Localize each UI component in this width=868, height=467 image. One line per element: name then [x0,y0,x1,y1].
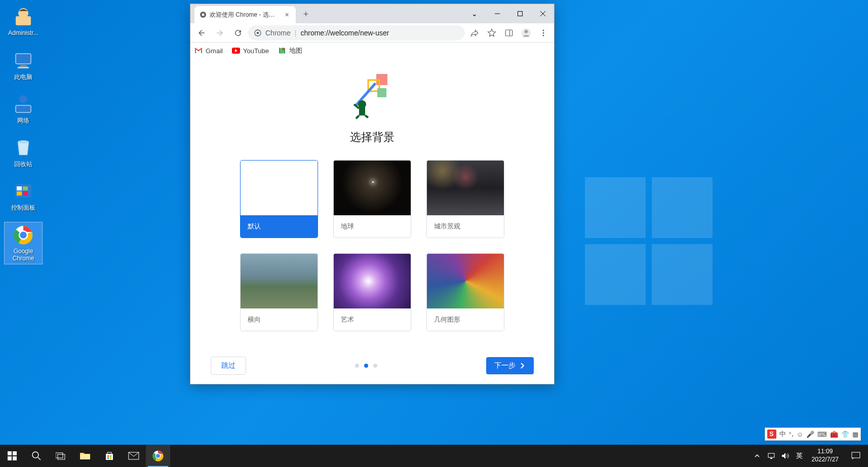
svg-rect-11 [17,191,22,196]
svg-point-28 [543,29,544,31]
new-tab-button[interactable]: + [299,7,313,21]
address-bar[interactable]: Chrome | chrome://welcome/new-user [248,25,465,41]
bookmark-star-button[interactable] [484,25,499,41]
svg-rect-51 [107,455,109,457]
bookmark-maps[interactable]: 地图 [278,46,302,55]
taskbar-file-explorer[interactable] [73,445,97,467]
taskbar-chrome[interactable] [146,445,170,467]
background-card-cityscape[interactable]: 城市景观 [426,160,504,238]
step-dot-1[interactable] [364,364,368,368]
start-button[interactable] [0,445,24,467]
desktop-icon-this-pc[interactable]: 此电脑 [4,48,43,84]
tray-volume-icon[interactable] [779,452,792,459]
desktop-icon-google-chrome[interactable]: Google Chrome [4,222,43,264]
desktop-icon-label: Administr... [8,29,38,36]
step-dot-0[interactable] [355,364,359,368]
chrome-menu-button[interactable] [536,25,551,41]
desktop-icon-administrator[interactable]: Administr... [4,4,43,38]
windows-background-logo [585,177,713,305]
bookmarks-bar: Gmail YouTube 地图 [190,43,554,59]
side-panel-button[interactable] [501,25,517,41]
card-preview [427,161,504,215]
background-card-earth[interactable]: 地球 [333,160,411,238]
svg-rect-9 [17,186,22,190]
svg-rect-8 [15,184,31,198]
share-button[interactable] [467,25,482,41]
profile-button[interactable] [519,25,534,41]
desktop-icon-label: 回收站 [14,160,32,169]
ime-toolbox-icon[interactable]: 🧰 [830,431,838,438]
sogou-ime-icon[interactable]: S [767,430,776,439]
chrome-favicon-icon [200,11,207,18]
back-button[interactable] [193,25,210,41]
forward-button[interactable] [212,25,228,41]
background-card-art[interactable]: 艺术 [333,253,411,331]
control-panel-icon [13,180,34,202]
svg-rect-49 [58,454,65,459]
close-window-button[interactable] [531,6,554,21]
action-center-button[interactable] [845,445,867,467]
card-label: 横向 [241,308,318,331]
background-card-landscape[interactable]: 横向 [240,253,318,331]
desktop-icon-network[interactable]: 网络 [4,91,43,127]
reload-button[interactable] [230,25,246,41]
svg-rect-12 [23,191,28,196]
tab-search-button[interactable]: ⌄ [463,6,486,21]
taskbar-mail[interactable] [122,445,146,467]
tray-overflow-button[interactable] [751,453,763,458]
svg-point-30 [543,34,544,36]
svg-line-39 [356,115,359,119]
url-path: chrome://welcome/new-user [300,29,389,37]
svg-rect-60 [770,458,772,459]
desktop-icon-label: 控制面板 [11,204,35,212]
tray-clock[interactable]: 11:09 2022/7/27 [808,448,843,463]
svg-point-17 [202,14,205,16]
svg-point-5 [19,95,27,103]
card-preview [334,254,411,308]
svg-point-7 [18,140,29,143]
background-card-default[interactable]: 默认 [240,160,318,238]
skip-button[interactable]: 跳过 [211,357,246,375]
bookmark-youtube[interactable]: YouTube [232,47,269,55]
taskbar: 英 11:09 2022/7/27 [0,445,868,467]
tab-close-button[interactable]: × [283,11,291,19]
card-preview [334,161,411,215]
ime-keyboard-icon[interactable]: ⌨ [817,431,827,438]
background-card-geometric[interactable]: 几何图形 [426,253,504,331]
svg-rect-45 [13,456,17,460]
card-label: 默认 [241,215,318,238]
svg-point-23 [257,31,259,34]
ime-lang[interactable]: 中 [779,430,786,439]
ime-punct-icon[interactable]: °، [789,431,794,438]
svg-rect-6 [16,105,31,112]
tray-time: 11:09 [817,448,833,456]
tray-ime-lang[interactable]: 英 [794,451,806,460]
ime-menu-icon[interactable]: ▦ [852,431,858,438]
svg-rect-52 [110,455,111,457]
desktop-icon-control-panel[interactable]: 控制面板 [4,178,43,214]
browser-tab[interactable]: 欢迎使用 Chrome - 选择背景 × [194,6,296,23]
step-dot-2[interactable] [373,364,377,368]
svg-rect-3 [20,65,27,67]
bookmark-gmail[interactable]: Gmail [194,47,223,55]
svg-point-29 [543,32,544,33]
chrome-titlebar[interactable]: 欢迎使用 Chrome - 选择背景 × + ⌄ [190,4,554,23]
chrome-toolbar: Chrome | chrome://welcome/new-user [190,23,554,43]
ime-skin-icon[interactable]: 👕 [841,431,849,438]
tray-network-icon[interactable] [765,452,777,459]
ime-mic-icon[interactable]: 🎤 [806,431,814,438]
desktop-icon-recycle-bin[interactable]: 回收站 [4,135,43,171]
taskbar-microsoft-store[interactable] [97,445,122,467]
svg-rect-53 [107,457,109,459]
task-view-button[interactable] [49,445,73,467]
svg-rect-61 [852,452,860,458]
card-preview [241,254,318,308]
desktop-icon-label: 网络 [17,116,29,125]
taskbar-search-button[interactable] [24,445,49,467]
minimize-button[interactable] [486,6,508,21]
next-button[interactable]: 下一步 [486,357,534,374]
ime-face-icon[interactable]: ☺ [797,431,803,438]
ime-toolbar[interactable]: S 中 °، ☺ 🎤 ⌨ 🧰 👕 ▦ [765,427,861,441]
maximize-button[interactable] [508,6,531,21]
card-label: 几何图形 [427,308,504,331]
